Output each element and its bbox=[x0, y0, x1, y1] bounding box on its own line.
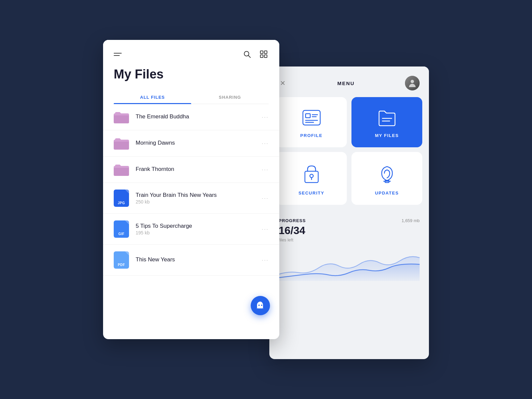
page-title: My Files bbox=[114, 67, 269, 81]
menu-header: ✕ MENU bbox=[269, 66, 429, 97]
menu-card-myfiles[interactable]: MY FILES bbox=[351, 97, 422, 147]
list-item[interactable]: Frank Thornton ··· bbox=[103, 157, 279, 183]
file-name: The Emerald Buddha bbox=[136, 113, 262, 120]
folder-icon bbox=[114, 111, 129, 123]
files-list: The Emerald Buddha ··· Morning Dawns ··· bbox=[103, 104, 279, 276]
search-button[interactable] bbox=[242, 49, 252, 59]
svg-line-1 bbox=[248, 56, 251, 58]
list-item[interactable]: Morning Dawns ··· bbox=[103, 130, 279, 157]
file-size: 195 kb bbox=[136, 230, 262, 235]
ghost-fab[interactable] bbox=[251, 296, 270, 315]
avatar bbox=[405, 76, 420, 90]
files-panel: My Files ALL FILES SHARING The Emerald B… bbox=[103, 40, 279, 339]
file-info: This New Years bbox=[136, 256, 262, 264]
svg-rect-10 bbox=[306, 114, 310, 118]
grid-view-button[interactable] bbox=[259, 49, 269, 59]
file-badge-jpg: JPG bbox=[114, 190, 129, 207]
hamburger-menu[interactable] bbox=[114, 53, 122, 56]
svg-rect-5 bbox=[264, 55, 267, 58]
more-options[interactable]: ··· bbox=[262, 195, 269, 202]
menu-title: MENU bbox=[337, 80, 354, 86]
file-info: Frank Thornton bbox=[136, 166, 262, 173]
file-info: 5 Tips To Supercharge 195 kb bbox=[136, 223, 262, 235]
chart-svg bbox=[279, 248, 420, 281]
more-options[interactable]: ··· bbox=[262, 166, 269, 173]
svg-rect-17 bbox=[305, 171, 318, 183]
myfiles-icon bbox=[377, 109, 397, 126]
menu-card-security[interactable]: SECURITY bbox=[276, 152, 347, 205]
close-button[interactable]: ✕ bbox=[279, 78, 287, 88]
svg-point-18 bbox=[310, 174, 313, 178]
tab-sharing[interactable]: SHARING bbox=[191, 91, 269, 104]
more-options[interactable]: ··· bbox=[262, 140, 269, 147]
file-name: 5 Tips To Supercharge bbox=[136, 223, 262, 229]
file-info: The Emerald Buddha bbox=[136, 113, 262, 121]
folder-icon bbox=[114, 163, 129, 176]
menu-card-profile[interactable]: PROFILE bbox=[276, 97, 347, 147]
menu-card-label: SECURITY bbox=[299, 191, 325, 196]
menu-card-updates[interactable]: UPDATES bbox=[351, 152, 422, 205]
tab-all-files[interactable]: ALL FILES bbox=[114, 91, 191, 104]
badge-label: JPG bbox=[118, 201, 125, 205]
file-size: 250 kb bbox=[136, 199, 262, 204]
progress-chart bbox=[279, 248, 420, 281]
file-info: Morning Dawns bbox=[136, 140, 262, 147]
tab-bar: ALL FILES SHARING bbox=[114, 91, 269, 104]
files-header: My Files ALL FILES SHARING bbox=[103, 40, 279, 104]
ghost-icon bbox=[256, 301, 265, 310]
menu-panel: ✕ MENU bbox=[269, 66, 429, 359]
updates-icon bbox=[378, 164, 396, 184]
security-icon bbox=[302, 164, 321, 184]
progress-section: PROGRESS 1,659 mb 16/34 files left bbox=[269, 211, 429, 288]
file-badge-pdf: PDF bbox=[114, 251, 129, 269]
progress-label: PROGRESS bbox=[279, 218, 306, 223]
svg-rect-4 bbox=[260, 55, 263, 58]
more-options[interactable]: ··· bbox=[262, 226, 269, 233]
folder-icon bbox=[114, 137, 129, 150]
badge-label: GIF bbox=[118, 232, 124, 236]
svg-point-7 bbox=[261, 305, 262, 306]
menu-grid: PROFILE MY FILES bbox=[269, 97, 429, 211]
file-name: This New Years bbox=[136, 256, 262, 263]
progress-sub: files left bbox=[279, 237, 420, 242]
file-name: Frank Thornton bbox=[136, 166, 262, 173]
svg-point-6 bbox=[258, 305, 260, 306]
svg-rect-2 bbox=[260, 51, 263, 54]
list-item[interactable]: PDF This New Years ··· bbox=[103, 245, 279, 276]
badge-label: PDF bbox=[118, 263, 125, 267]
avatar-image bbox=[408, 78, 417, 88]
file-name: Train Your Brain This New Years bbox=[136, 192, 262, 199]
file-badge-gif: GIF bbox=[114, 220, 129, 238]
file-info: Train Your Brain This New Years 250 kb bbox=[136, 192, 262, 204]
list-item[interactable]: JPG Train Your Brain This New Years 250 … bbox=[103, 183, 279, 214]
menu-card-label: MY FILES bbox=[375, 133, 399, 138]
svg-point-8 bbox=[411, 80, 414, 83]
more-options[interactable]: ··· bbox=[262, 257, 269, 264]
profile-icon bbox=[302, 109, 322, 126]
more-options[interactable]: ··· bbox=[262, 114, 269, 121]
file-name: Morning Dawns bbox=[136, 140, 262, 146]
svg-rect-3 bbox=[264, 51, 267, 54]
menu-card-label: UPDATES bbox=[375, 191, 399, 196]
progress-size: 1,659 mb bbox=[402, 218, 420, 223]
list-item[interactable]: The Emerald Buddha ··· bbox=[103, 104, 279, 130]
progress-count: 16/34 bbox=[279, 224, 420, 237]
list-item[interactable]: GIF 5 Tips To Supercharge 195 kb ··· bbox=[103, 214, 279, 245]
menu-card-label: PROFILE bbox=[300, 133, 323, 138]
